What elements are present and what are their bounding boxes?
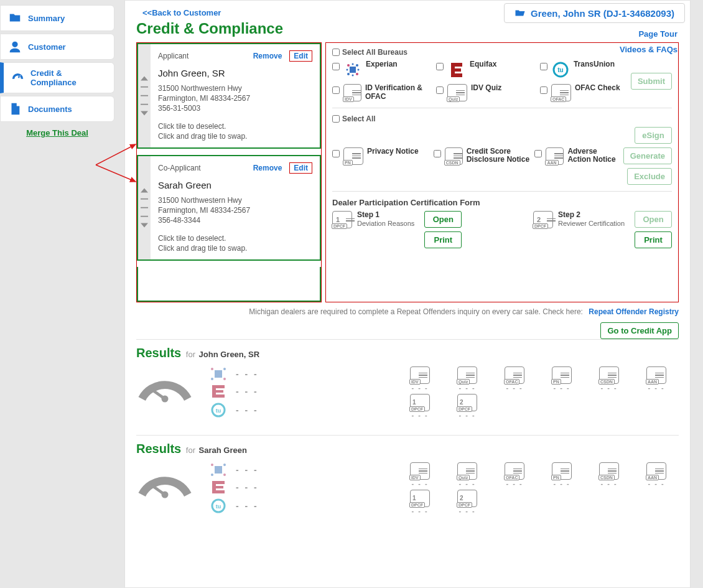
svg-rect-2 — [141, 104, 148, 105]
svg-point-23 — [223, 378, 226, 380]
equifax-icon — [210, 384, 227, 399]
svg-rect-28 — [215, 466, 222, 474]
print-step2-button[interactable]: Print — [635, 231, 672, 248]
applicant-name: John Green, SR — [158, 68, 312, 78]
remove-applicant-link[interactable]: Remove — [253, 52, 282, 60]
applicants-column: Applicant Remove Edit John Green, SR 315… — [136, 42, 322, 302]
svg-point-30 — [223, 464, 226, 466]
generate-button[interactable]: Generate — [623, 147, 672, 164]
repeat-offender-link[interactable]: Repeat Offender Registry — [589, 307, 679, 316]
svg-point-31 — [211, 474, 213, 476]
nav-label: Credit & Compliance — [30, 68, 106, 87]
nav-credit-compliance[interactable]: Credit & Compliance — [0, 62, 114, 93]
svg-text:tu: tu — [557, 67, 563, 73]
main-panel: Green, John SR (DJ-1-34682093) <<Back to… — [124, 0, 691, 588]
options-panel: Select All Bureaus Experian Equifax tu T… — [325, 42, 679, 302]
check-privacy-notice[interactable]: PN Privacy Notice — [332, 147, 430, 165]
submit-button[interactable]: Submit — [631, 73, 672, 90]
check-ofac[interactable]: OFAC OFAC Check — [540, 84, 627, 101]
svg-text:tu: tu — [216, 503, 221, 510]
check-idv-quiz[interactable]: Quiz IDV Quiz — [436, 84, 536, 101]
svg-line-27 — [151, 485, 165, 495]
folder-open-icon — [514, 7, 526, 19]
merge-deal-link[interactable]: Merge This Deal — [0, 128, 114, 138]
csdn-icon: CSDN — [445, 147, 463, 165]
transunion-icon: tu — [551, 60, 570, 79]
coapplicant-address-1: 31500 Northwestern Hwy — [158, 195, 312, 205]
pn-icon: PN — [343, 147, 363, 165]
folder-icon — [8, 11, 22, 25]
back-to-customer-link[interactable]: <<Back to Customer — [142, 8, 221, 17]
svg-point-22 — [211, 378, 213, 380]
score-gauge-icon — [136, 462, 193, 500]
open-step2-button[interactable]: Open — [635, 211, 672, 228]
svg-point-6 — [347, 64, 350, 67]
svg-point-32 — [223, 474, 226, 476]
dpcf-heading: Dealer Participation Certification Form — [332, 198, 672, 207]
empty-applicant-slot[interactable] — [137, 267, 321, 302]
remove-coapplicant-link[interactable]: Remove — [253, 164, 282, 172]
score-gauge-icon — [136, 366, 193, 404]
tile-hint-2: Click and drag tile to swap. — [158, 243, 312, 253]
bureau-equifax[interactable]: Equifax — [436, 60, 536, 79]
results-sarah: Results for Sarah Green - - - - - - tu- … — [136, 435, 679, 515]
svg-point-29 — [211, 464, 213, 466]
bureau-experian[interactable]: Experian — [332, 60, 432, 79]
drag-handle[interactable] — [138, 44, 151, 147]
page-tour-link[interactable]: Page Tour — [620, 27, 677, 42]
dpcf-step1: DPCF1 Step 1 Deviation Reasons Open Prin… — [332, 211, 462, 248]
svg-line-18 — [151, 389, 165, 399]
dpcf1-icon: DPCF1 — [332, 211, 352, 228]
drag-handle[interactable] — [138, 156, 151, 259]
applicant-role: Applicant — [158, 52, 189, 60]
edit-coapplicant-button[interactable]: Edit — [289, 162, 312, 174]
tile-hint-2: Click and drag tile to swap. — [158, 131, 312, 141]
select-all-notices[interactable]: Select All — [332, 114, 672, 123]
open-step1-button[interactable]: Open — [424, 211, 462, 228]
check-idv-ofac[interactable]: IDV ID Verification & OFAC — [332, 84, 432, 101]
svg-point-12 — [347, 69, 348, 71]
nav-label: Documents — [28, 105, 72, 114]
exclude-button[interactable]: Exclude — [627, 168, 672, 185]
svg-point-10 — [352, 63, 354, 65]
bureau-transunion[interactable]: tu TransUnion — [540, 60, 627, 79]
coapplicant-address-2: Farmington, MI 48334-2567 — [158, 205, 312, 215]
transunion-icon: tu — [210, 497, 227, 515]
esign-button[interactable]: eSign — [635, 127, 672, 144]
equifax-icon — [210, 480, 227, 495]
svg-text:tu: tu — [216, 408, 221, 414]
coapplicant-tile[interactable]: Co-Applicant Remove Edit Sarah Green 315… — [137, 155, 321, 261]
customer-chip[interactable]: Green, John SR (DJ-1-34682093) — [504, 3, 685, 23]
svg-rect-5 — [141, 216, 148, 217]
coapplicant-ssn: 356-48-3344 — [158, 215, 312, 225]
svg-point-13 — [358, 69, 360, 71]
check-aan[interactable]: AAN Adverse Action Notice — [534, 147, 619, 165]
svg-rect-14 — [350, 67, 356, 73]
nav-customer[interactable]: Customer — [0, 34, 114, 60]
select-all-bureaus[interactable]: Select All Bureaus — [332, 48, 672, 57]
nav-label: Summary — [28, 14, 65, 23]
experian-icon — [210, 462, 227, 477]
check-csdn[interactable]: CSDN Credit Score Disclosure Notice — [434, 147, 531, 165]
results-john: Results for John Green, SR - - - - - - t… — [136, 339, 679, 419]
svg-rect-0 — [141, 86, 148, 88]
svg-point-9 — [356, 73, 358, 75]
equifax-icon — [447, 60, 466, 79]
dpcf2-icon: DPCF2 — [533, 211, 553, 228]
coapplicant-role: Co-Applicant — [158, 164, 201, 172]
svg-point-11 — [352, 75, 354, 77]
nav-summary[interactable]: Summary — [0, 5, 114, 31]
applicant-tile[interactable]: Applicant Remove Edit John Green, SR 315… — [137, 43, 321, 149]
svg-point-21 — [223, 368, 226, 370]
repeat-offender-note: Michigan dealers are required to complet… — [136, 307, 679, 316]
nav-documents[interactable]: Documents — [0, 96, 114, 122]
print-step1-button[interactable]: Print — [424, 231, 462, 248]
svg-rect-1 — [141, 95, 148, 96]
customer-chip-label: Green, John SR (DJ-1-34682093) — [531, 8, 674, 19]
svg-point-20 — [211, 368, 213, 370]
tile-hint-1: Click tile to deselect. — [158, 121, 312, 131]
edit-applicant-button[interactable]: Edit — [289, 50, 312, 62]
nav-label: Customer — [28, 42, 66, 52]
go-to-credit-app-button[interactable]: Go to Credit App — [600, 322, 679, 339]
dpcf-step2: DPCF2 Step 2 Reviewer Certification Open… — [533, 211, 672, 248]
